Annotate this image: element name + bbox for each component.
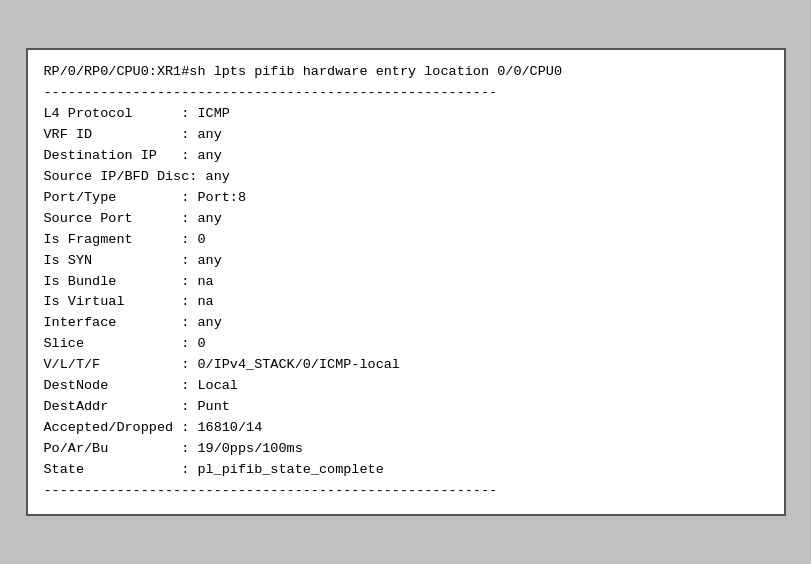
field-row: Destination IP : any bbox=[44, 146, 768, 167]
field-row: Accepted/Dropped : 16810/14 bbox=[44, 418, 768, 439]
field-row: Port/Type : Port:8 bbox=[44, 188, 768, 209]
field-row: Slice : 0 bbox=[44, 334, 768, 355]
field-row: Is Virtual : na bbox=[44, 292, 768, 313]
field-row: Is Bundle : na bbox=[44, 272, 768, 293]
field-row: DestNode : Local bbox=[44, 376, 768, 397]
fields-container: L4 Protocol : ICMPVRF ID : anyDestinatio… bbox=[44, 104, 768, 481]
command-line: RP/0/RP0/CPU0:XR1#sh lpts pifib hardware… bbox=[44, 62, 768, 83]
field-row: Is SYN : any bbox=[44, 251, 768, 272]
field-row: State : pl_pifib_state_complete bbox=[44, 460, 768, 481]
field-row: Interface : any bbox=[44, 313, 768, 334]
divider-top: ----------------------------------------… bbox=[44, 83, 768, 104]
field-row: Is Fragment : 0 bbox=[44, 230, 768, 251]
divider-bottom: ----------------------------------------… bbox=[44, 481, 768, 502]
field-row: L4 Protocol : ICMP bbox=[44, 104, 768, 125]
field-row: DestAddr : Punt bbox=[44, 397, 768, 418]
terminal-window: RP/0/RP0/CPU0:XR1#sh lpts pifib hardware… bbox=[26, 48, 786, 515]
field-row: Source IP/BFD Disc: any bbox=[44, 167, 768, 188]
field-row: V/L/T/F : 0/IPv4_STACK/0/ICMP-local bbox=[44, 355, 768, 376]
field-row: Po/Ar/Bu : 19/0pps/100ms bbox=[44, 439, 768, 460]
field-row: VRF ID : any bbox=[44, 125, 768, 146]
field-row: Source Port : any bbox=[44, 209, 768, 230]
